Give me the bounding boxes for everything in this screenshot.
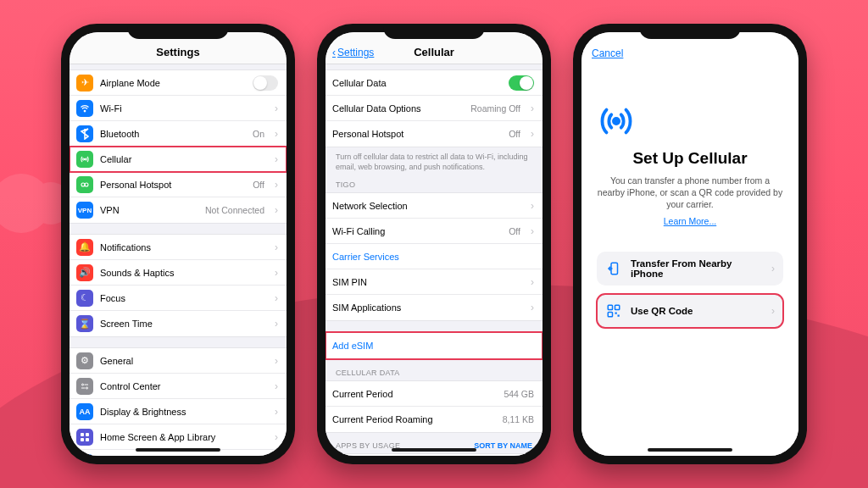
svg-point-0 (84, 110, 86, 112)
grid-icon (76, 429, 93, 446)
vpn-icon: VPN (76, 202, 93, 219)
row-vpn[interactable]: VPN VPN Not Connected › (70, 197, 287, 223)
row-network-selection[interactable]: Network Selection› (326, 193, 542, 219)
hourglass-icon: ⌛ (76, 315, 93, 332)
svg-point-2 (81, 183, 85, 186)
gear-icon: ⚙ (76, 352, 93, 369)
home-indicator[interactable] (648, 448, 732, 452)
row-focus[interactable]: ☾ Focus› (70, 286, 287, 311)
display-icon: AA (76, 403, 93, 420)
value: On (253, 129, 264, 139)
svg-rect-20 (615, 312, 617, 313)
row-current-roaming[interactable]: Current Period Roaming 8,11 KB (326, 407, 542, 432)
row-sounds[interactable]: 🔊 Sounds & Haptics› (70, 260, 287, 286)
row-hotspot[interactable]: Personal Hotspot Off › (70, 172, 287, 197)
accessibility-icon (76, 454, 93, 456)
chevron-right-icon: › (531, 276, 534, 288)
svg-point-15 (614, 119, 619, 124)
setup-description: You can transfer a phone number from a n… (597, 175, 783, 211)
svg-point-6 (86, 387, 88, 389)
app-row-tiktok[interactable]: TikTok 214 GB (326, 454, 542, 456)
row-notifications[interactable]: 🔔 Notifications› (70, 235, 287, 260)
page-title: Settings (156, 46, 199, 58)
row-sim-pin[interactable]: SIM PIN› (326, 269, 542, 295)
svg-rect-11 (86, 438, 89, 441)
row-cellular[interactable]: Cellular › (70, 147, 287, 172)
chevron-right-icon: › (531, 128, 534, 140)
chevron-right-icon: › (275, 153, 278, 165)
sort-button[interactable]: SORT BY NAME (474, 441, 532, 450)
chevron-right-icon: › (275, 292, 278, 304)
label: Cellular Data Options (332, 103, 464, 114)
wifi-icon (76, 100, 93, 117)
label: Screen Time (100, 319, 264, 329)
label: Focus (100, 293, 264, 303)
row-sim-apps[interactable]: SIM Applications› (326, 295, 542, 320)
home-indicator[interactable] (136, 448, 220, 452)
row-display[interactable]: AA Display & Brightness› (70, 399, 287, 424)
cellular-antenna-icon (597, 102, 783, 141)
row-general[interactable]: ⚙ General› (70, 348, 287, 374)
row-data-options[interactable]: Cellular Data Options Roaming Off › (326, 96, 542, 121)
airplane-icon: ✈ (76, 75, 93, 92)
speaker-icon: 🔊 (76, 264, 93, 281)
moon-icon: ☾ (76, 290, 93, 307)
row-home-screen[interactable]: Home Screen & App Library› (70, 424, 287, 450)
row-cellular-data[interactable]: Cellular Data (326, 70, 542, 96)
label: SIM PIN (332, 277, 520, 287)
airplane-toggle[interactable] (253, 75, 278, 91)
row-wifi[interactable]: Wi-Fi › (70, 96, 287, 121)
phone-cellular: ‹ Settings Cellular Cellular Data Cellul… (317, 24, 551, 464)
svg-rect-21 (618, 314, 620, 316)
svg-rect-19 (608, 312, 612, 316)
option-transfer-nearby[interactable]: Transfer From Nearby iPhone › (597, 252, 783, 286)
chevron-right-icon: › (275, 318, 278, 330)
usage-section: Current Period 544 GB Current Period Roa… (326, 380, 542, 433)
chevron-right-icon: › (275, 241, 278, 253)
chevron-right-icon: › (275, 128, 278, 140)
chevron-right-icon: › (275, 103, 278, 114)
option-label: Transfer From Nearby iPhone (631, 258, 760, 279)
label: Sounds & Haptics (100, 268, 264, 278)
svg-rect-10 (81, 438, 84, 441)
row-add-esim[interactable]: Add eSIM (326, 332, 542, 359)
label: SIM Applications (332, 302, 520, 313)
chevron-right-icon: › (275, 179, 278, 191)
value: Roaming Off (470, 103, 520, 114)
label: Wi-Fi Calling (332, 226, 502, 236)
value: Off (509, 226, 520, 236)
home-indicator[interactable] (392, 448, 476, 452)
row-control-center[interactable]: Control Center› (70, 374, 287, 399)
row-bluetooth[interactable]: Bluetooth On › (70, 121, 287, 147)
cellular-top-section: Cellular Data Cellular Data Options Roam… (326, 69, 542, 147)
back-button[interactable]: ‹ Settings (332, 47, 374, 58)
row-wifi-calling[interactable]: Wi-Fi Calling Off› (326, 219, 542, 244)
row-screen-time[interactable]: ⌛ Screen Time› (70, 311, 287, 336)
connectivity-section: ✈ Airplane Mode Wi-Fi › Bluetooth On › (70, 69, 287, 224)
phone-settings: Settings ✈ Airplane Mode Wi-Fi › (61, 24, 295, 464)
chevron-right-icon: › (531, 103, 534, 114)
svg-point-4 (82, 384, 84, 385)
label: Bluetooth (100, 129, 246, 139)
row-airplane-mode[interactable]: ✈ Airplane Mode (70, 70, 287, 96)
row-current-period[interactable]: Current Period 544 GB (326, 381, 542, 407)
svg-point-3 (85, 183, 88, 186)
row-personal-hotspot[interactable]: Personal Hotspot Off › (326, 121, 542, 147)
cellular-data-toggle[interactable] (509, 75, 534, 91)
chevron-right-icon: › (771, 305, 775, 317)
option-use-qr[interactable]: Use QR Code › (597, 294, 783, 328)
label: Home Screen & App Library (100, 432, 264, 442)
row-carrier-services[interactable]: Carrier Services (326, 244, 542, 269)
cancel-button[interactable]: Cancel (592, 47, 623, 59)
hotspot-icon (76, 176, 93, 193)
svg-rect-18 (615, 305, 620, 309)
cellular-icon (76, 151, 93, 168)
add-esim-section: Add eSIM (326, 331, 542, 360)
device-section: ⚙ General› Control Center› AA Display & … (70, 347, 287, 456)
option-label: Use QR Code (631, 306, 760, 316)
learn-more-link[interactable]: Learn More... (597, 216, 783, 226)
chevron-right-icon: › (275, 355, 278, 367)
label: Current Period (332, 389, 497, 399)
svg-rect-9 (86, 433, 89, 436)
value: 8,11 KB (503, 414, 534, 424)
